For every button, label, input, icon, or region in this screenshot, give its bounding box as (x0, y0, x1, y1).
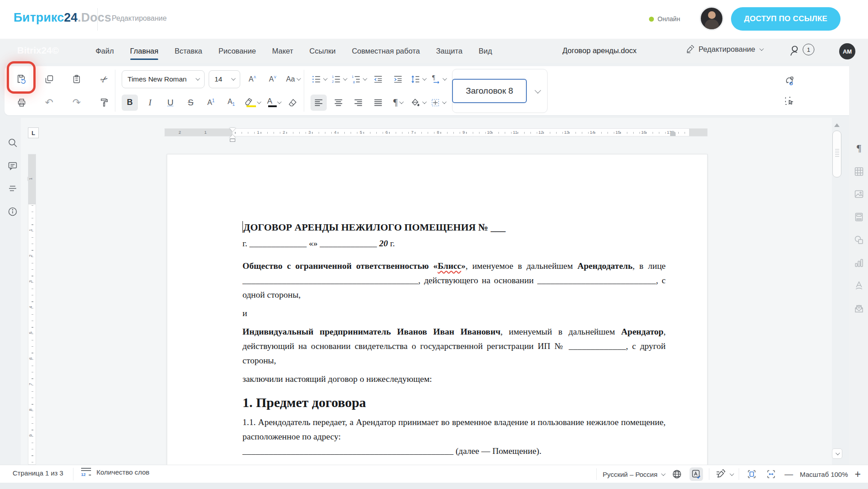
mail-merge-button[interactable] (851, 301, 867, 316)
align-left-button[interactable] (311, 95, 327, 111)
shading-button[interactable] (410, 95, 426, 111)
indent-marker[interactable] (229, 128, 236, 141)
paragraph-settings-button[interactable]: ¶ (851, 140, 867, 156)
increase-indent-button[interactable] (390, 71, 406, 87)
text-art-button[interactable] (851, 278, 867, 293)
select-tool-button[interactable] (781, 93, 797, 109)
paragraph-style-dropdown[interactable]: Заголовок 8 (452, 69, 548, 113)
scrollbar-thumb[interactable] (832, 131, 841, 177)
page-indicator[interactable]: Страница 1 из 3 (13, 469, 63, 477)
redo-button[interactable]: ↷ (69, 95, 85, 111)
increase-font-button[interactable]: A˄ (244, 71, 260, 87)
replace-button[interactable] (781, 72, 797, 89)
scroll-up-button[interactable] (834, 121, 840, 127)
contract-title[interactable]: ДОГОВОР АРЕНДЫ НЕЖИЛОГО ПОМЕЩЕНИЯ № ___ (242, 220, 666, 235)
style-selector-expand[interactable] (527, 89, 547, 93)
undo-button[interactable]: ↶ (41, 95, 57, 111)
track-changes-button[interactable] (715, 469, 733, 480)
show-paragraph-marks-button[interactable]: ¶ (390, 95, 406, 111)
and-line[interactable]: и (242, 306, 666, 321)
party2-paragraph[interactable]: Индивидуальный предприниматель Иванов Ив… (242, 325, 666, 368)
section1-heading[interactable]: 1. Предмет договора (242, 394, 666, 412)
headings-panel-button[interactable] (5, 181, 21, 196)
collaborators-button[interactable]: 1 (789, 44, 814, 58)
image-settings-button[interactable] (851, 186, 867, 202)
zoom-out-button[interactable]: — (784, 469, 794, 479)
hanging-indent-marker[interactable] (229, 131, 236, 138)
strikethrough-button[interactable]: S (183, 95, 199, 111)
language-select[interactable]: Русский – Россия (603, 471, 664, 478)
underline-button[interactable]: U (162, 95, 178, 111)
align-center-button[interactable] (330, 95, 347, 111)
menu-tab-1[interactable]: Главная (130, 39, 159, 63)
menu-tab-4[interactable]: Макет (272, 39, 293, 63)
decrease-indent-button[interactable] (370, 71, 386, 87)
line-spacing-button[interactable] (410, 71, 426, 87)
paste-button[interactable] (69, 71, 85, 87)
word-count-button[interactable]: 12 Количество слов (81, 467, 149, 476)
left-indent-marker[interactable] (230, 139, 235, 142)
change-case-button[interactable]: Aa (285, 71, 301, 87)
editing-mode-dropdown[interactable]: Редактирование (685, 45, 763, 54)
menu-tab-0[interactable]: Файл (96, 39, 114, 63)
borders-button[interactable] (429, 95, 446, 111)
header-footer-button[interactable] (851, 209, 867, 225)
vertical-ruler[interactable]: 1 123456789 (28, 154, 36, 465)
italic-button[interactable]: I (142, 95, 158, 111)
menu-tab-3[interactable]: Рисование (219, 39, 256, 63)
document-page[interactable]: ДОГОВОР АРЕНДЫ НЕЖИЛОГО ПОМЕЩЕНИЯ № ___ … (167, 154, 708, 465)
highlight-color-button[interactable] (243, 95, 260, 111)
vertical-scrollbar[interactable] (832, 120, 843, 465)
menu-tab-6[interactable]: Совместная работа (352, 39, 420, 63)
font-color-icon: A (265, 96, 275, 109)
share-link-button[interactable]: ДОСТУП ПО ССЫЛКЕ (731, 7, 841, 31)
tab-stop-selector[interactable]: L (28, 127, 39, 138)
text-direction-button[interactable]: ¶ (429, 71, 446, 87)
superscript-button[interactable]: A1 (203, 95, 219, 111)
horizontal-ruler[interactable]: 21 1234567891011121314151617 (164, 128, 708, 136)
save-button[interactable] (14, 71, 30, 87)
date-line[interactable]: г. _____________ «» _____________ 20 г. (242, 236, 666, 251)
bold-button[interactable]: B (122, 95, 138, 111)
clause-1-1[interactable]: 1.1. Арендодатель передает, а Арендатор … (242, 415, 666, 444)
font-family-select[interactable]: Times New Roman (122, 70, 205, 88)
justify-button[interactable] (370, 95, 386, 111)
party1-paragraph[interactable]: Общество с ограниченной ответственностью… (242, 259, 666, 302)
font-size-select[interactable]: 14 (209, 70, 240, 88)
find-button[interactable] (5, 135, 21, 150)
chart-settings-button[interactable] (851, 255, 867, 271)
align-right-button[interactable] (350, 95, 366, 111)
zoom-in-button[interactable]: + (854, 468, 862, 480)
fit-page-button[interactable] (745, 467, 758, 481)
style-selector-value[interactable]: Заголовок 8 (452, 79, 527, 103)
clear-formatting-button[interactable] (284, 95, 301, 111)
copy-button[interactable] (41, 71, 57, 87)
clause-1-1-blank[interactable]: ________________________________________… (242, 444, 666, 458)
user-avatar-photo[interactable] (699, 6, 724, 31)
subscript-button[interactable]: A1 (223, 95, 239, 111)
menu-tab-7[interactable]: Защита (436, 39, 462, 63)
print-button[interactable] (14, 95, 30, 111)
table-settings-button[interactable] (851, 164, 867, 179)
shapes-settings-button[interactable] (851, 232, 867, 248)
chevron-down-icon (343, 76, 347, 81)
info-button[interactable] (5, 204, 21, 219)
fit-width-button[interactable] (764, 467, 778, 481)
font-color-button[interactable]: A (264, 95, 280, 111)
decrease-font-button[interactable]: A˅ (265, 71, 281, 87)
cut-button[interactable]: ✂ (96, 71, 112, 87)
conclusion-line[interactable]: заключили настоящий договор о нижеследую… (242, 372, 666, 386)
document-language-button[interactable] (670, 467, 684, 481)
user-avatar-initials[interactable]: AM (839, 43, 855, 59)
menu-tab-2[interactable]: Вставка (174, 39, 202, 63)
spellcheck-button[interactable] (690, 467, 703, 481)
numbered-list-button[interactable]: 12 (330, 71, 347, 87)
menu-tab-5[interactable]: Ссылки (310, 39, 336, 63)
format-painter-button[interactable] (96, 95, 112, 111)
scroll-down-button[interactable] (832, 448, 842, 459)
bullet-list-button[interactable] (311, 71, 327, 87)
chart-icon (854, 258, 864, 268)
comments-button[interactable] (5, 158, 21, 173)
multilevel-list-button[interactable]: 18 (350, 71, 366, 87)
menu-tab-8[interactable]: Вид (479, 39, 492, 63)
